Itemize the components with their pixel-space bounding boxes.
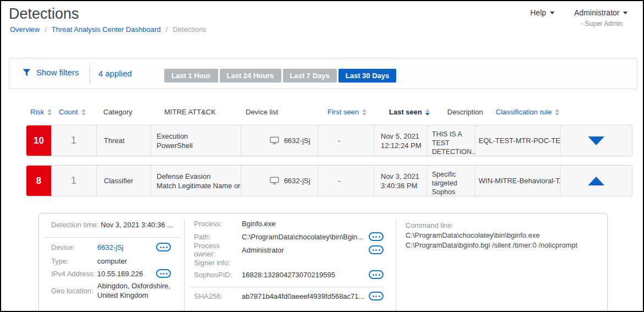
show-filters-label: Show filters (36, 68, 79, 77)
device-name[interactable]: 6632-jSj (284, 176, 310, 185)
help-menu-label: Help (530, 8, 546, 17)
mitre-cell: Defense Evasion Match Legitimate Name or… (151, 166, 241, 196)
breadcrumb-separator: / (166, 25, 168, 34)
divider (45, 237, 181, 238)
table-row: 8 1 Classifier Defense Evasion Match Leg… (26, 165, 632, 196)
count-cell: 1 (51, 166, 97, 196)
table-row: 10 1 Threat Execution PowerShell 6632-jS… (26, 125, 632, 156)
detection-time-field: Detection time: Nov 3, 2021 3:40:36 ... (51, 221, 188, 229)
more-actions-icon[interactable] (369, 292, 384, 300)
process-owner-field: Process owner: Administrator (194, 244, 384, 255)
range-last-24-hours-button[interactable]: Last 24 Hours (220, 69, 281, 83)
divider (90, 65, 90, 83)
risk-score-badge: 10 (26, 125, 51, 156)
user-menu-label: Administrator (574, 8, 619, 17)
last-seen-cell: Nov 3, 2021 3:40:36 PM (374, 166, 428, 196)
more-actions-icon[interactable] (369, 232, 384, 241)
column-header-mitre: MITRE ATT&CK (164, 108, 216, 116)
detections-page: Detections Overview / Threat Analysis Ce… (0, 0, 644, 312)
description-cell: Specific targeted Sophos IOC... (428, 166, 475, 196)
command-line-value: C:\ProgramData\bginfo.bgi /silent /timer… (406, 240, 602, 250)
category-cell: Threat (97, 125, 151, 156)
time-range-group: Last 1 Hour Last 24 Hours Last 7 Days La… (164, 69, 396, 83)
sort-icon[interactable] (47, 109, 52, 116)
description-cell: THIS IS A TEST DETECTION.... (428, 125, 475, 156)
breadcrumb-overview[interactable]: Overview (10, 25, 40, 34)
divider (191, 287, 383, 287)
breadcrumb-threat-analysis-center[interactable]: Threat Analysis Center Dashboard (52, 25, 161, 34)
show-filters-button[interactable]: Show filters (23, 68, 79, 77)
sort-icon-active-desc[interactable] (425, 109, 430, 116)
first-seen-cell: - (318, 166, 374, 196)
column-header-last-seen[interactable]: Last seen (389, 108, 430, 116)
column-header-count[interactable]: Count (59, 108, 86, 116)
device-cell: 6632-jSj (241, 125, 318, 156)
last-seen-cell: Nov 5, 2021 12:12:24 PM (374, 125, 428, 156)
chevron-down-icon[interactable] (588, 136, 604, 145)
breadcrumb: Overview / Threat Analysis Center Dashbo… (10, 25, 207, 34)
command-line-field: Command line: C:\ProgramData\chocolatey\… (406, 221, 602, 250)
type-field: Type: computer (51, 255, 171, 266)
divider (184, 219, 185, 312)
chevron-up-icon[interactable] (588, 177, 604, 185)
process-field: Process: Bginfo.exe (194, 218, 384, 229)
signer-info-field: Signer info: (194, 257, 384, 268)
mitre-cell: Execution PowerShell (151, 125, 241, 156)
device-link[interactable]: 6632-jSj (97, 243, 124, 251)
sha256-field: SHA256: ab7871b4a4fd0aeeef4939fd568ac71.… (194, 291, 384, 302)
risk-score-badge: 8 (26, 166, 51, 196)
device-field: Device: 6632-jSj (51, 241, 171, 253)
user-menu[interactable]: Administrator (574, 8, 628, 17)
breadcrumb-separator: / (45, 25, 47, 34)
geo-location-field: Geo location: Abingdon, Oxfordshire, Uni… (51, 280, 171, 301)
sort-icon[interactable] (362, 109, 367, 116)
more-actions-icon[interactable] (369, 245, 384, 254)
column-header-device-list: Device list (246, 108, 278, 116)
sophos-pid-field: SophosPID: 16828:132804273070219595 (194, 269, 384, 280)
sort-icon[interactable] (81, 109, 86, 116)
chevron-down-icon (550, 12, 554, 14)
path-field: Path: C:\ProgramData\chocolatey\bin\Bgin… (194, 231, 384, 242)
column-header-risk[interactable]: Risk (30, 108, 52, 116)
count-cell: 1 (51, 125, 97, 156)
detection-detail-panel: Detection time: Nov 3, 2021 3:40:36 ... … (38, 213, 608, 312)
range-last-7-days-button[interactable]: Last 7 Days (283, 69, 337, 83)
divider (396, 219, 396, 312)
filters-applied-count[interactable]: 4 applied (98, 69, 132, 78)
expand-row-button[interactable] (560, 125, 632, 156)
monitor-icon (270, 177, 279, 185)
breadcrumb-detections: Detections (173, 25, 206, 34)
column-header-classification-rule[interactable]: Classification rule (496, 108, 559, 116)
more-actions-icon[interactable] (156, 269, 171, 278)
page-title: Detections (9, 6, 79, 23)
monitor-icon (270, 136, 279, 145)
range-last-30-days-button[interactable]: Last 30 Days (338, 69, 397, 83)
column-header-description: Description (447, 108, 483, 116)
more-actions-icon[interactable] (156, 243, 171, 251)
column-header-category: Category (103, 108, 132, 116)
collapse-row-button[interactable] (560, 166, 632, 196)
category-cell: Classifier (97, 166, 151, 196)
device-name[interactable]: 6632-jSj (284, 136, 310, 145)
device-cell: 6632-jSj (241, 166, 318, 196)
first-seen-cell: - (318, 125, 374, 156)
help-menu[interactable]: Help (530, 8, 554, 17)
column-header-first-seen[interactable]: First seen (327, 108, 367, 116)
filter-bar: Show filters 4 applied Last 1 Hour Last … (9, 58, 637, 89)
command-line-value: C:\ProgramData\chocolatey\bin\bginfo.exe (406, 231, 602, 240)
range-last-1-hour-button[interactable]: Last 1 Hour (164, 69, 218, 83)
sort-icon[interactable] (555, 109, 559, 116)
chevron-down-icon (623, 12, 628, 14)
classification-rule-cell: WIN-MITRE-Behavioral-TA... (475, 166, 560, 196)
filter-funnel-icon (23, 69, 31, 76)
user-role-label: - Super Admin (581, 20, 623, 28)
classification-rule-cell: EQL-TEST-MTR-POC-TEST (475, 125, 560, 156)
more-actions-icon[interactable] (369, 270, 384, 279)
ipv4-field: IPv4 Address: 10.55.169.226 (51, 268, 171, 279)
